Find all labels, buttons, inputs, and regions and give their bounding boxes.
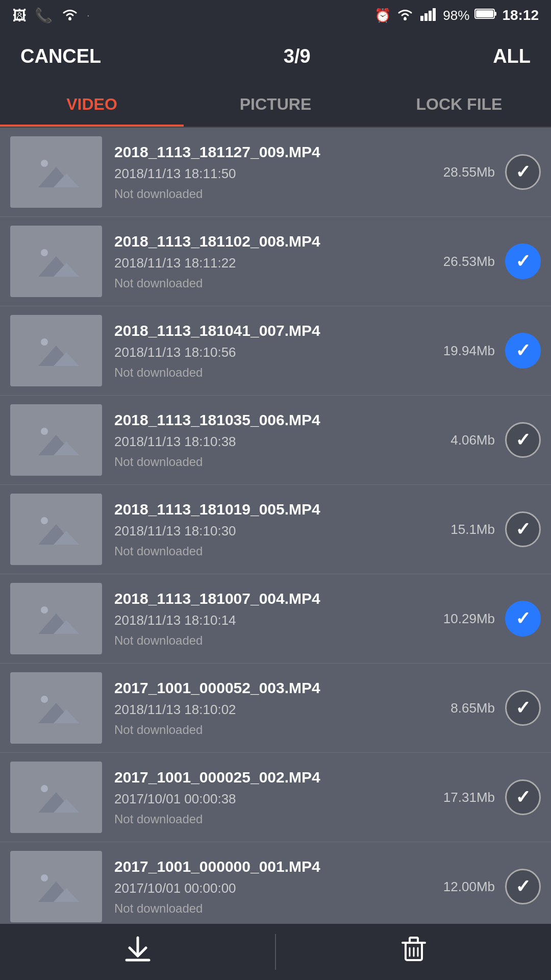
landscape-icon: [33, 333, 79, 369]
checkmark-icon: ✓: [515, 520, 531, 538]
thumbnail-placeholder-icon: [33, 869, 79, 904]
landscape-icon: [33, 869, 79, 904]
file-name: 2018_1113_181041_007.MP4: [114, 322, 443, 339]
file-name: 2018_1113_181102_008.MP4: [114, 233, 443, 250]
file-info: 2018_1113_181019_005.MP4 2018/11/13 18:1…: [114, 501, 450, 558]
file-size: 12.00Mb: [443, 879, 495, 895]
svg-point-0: [68, 17, 71, 20]
select-all-button[interactable]: ALL: [493, 45, 531, 67]
file-size: 4.06Mb: [450, 432, 495, 448]
file-date: 2017/10/01 00:00:00: [114, 880, 443, 896]
file-info: 2018_1113_181041_007.MP4 2018/11/13 18:1…: [114, 322, 443, 380]
wifi-signal-icon: [396, 7, 414, 24]
svg-point-30: [41, 606, 48, 614]
svg-rect-53: [410, 938, 418, 943]
file-status: Not downloaded: [114, 723, 450, 737]
checkmark-icon: ✓: [515, 609, 531, 628]
file-name: 2018_1113_181007_004.MP4: [114, 590, 443, 607]
check-circle[interactable]: ✓: [505, 511, 541, 547]
file-info: 2017_1001_000025_002.MP4 2017/10/01 00:0…: [114, 769, 443, 826]
list-item[interactable]: 2018_1113_181035_006.MP4 2018/11/13 18:1…: [0, 396, 551, 485]
landscape-icon: [33, 779, 79, 815]
list-item[interactable]: 2017_1001_000025_002.MP4 2017/10/01 00:0…: [0, 753, 551, 842]
file-list: 2018_1113_181127_009.MP4 2018/11/13 18:1…: [0, 128, 551, 924]
trash-icon: [398, 934, 429, 970]
thumbnail-placeholder-icon: [33, 779, 79, 815]
list-item[interactable]: 2018_1113_181041_007.MP4 2018/11/13 18:1…: [0, 306, 551, 396]
check-circle[interactable]: ✓: [505, 243, 541, 279]
file-name: 2017_1001_000052_003.MP4: [114, 679, 450, 697]
status-time: 18:12: [502, 7, 539, 23]
check-circle[interactable]: ✓: [505, 333, 541, 369]
tab-lockfile[interactable]: LOCK FILE: [367, 82, 551, 127]
file-status: Not downloaded: [114, 633, 443, 648]
battery-percentage: 98%: [443, 8, 469, 23]
download-icon: [122, 934, 153, 970]
status-bar-left: 🖼 📞 ·: [12, 7, 89, 24]
list-item[interactable]: 2017_1001_000000_001.MP4 2017/10/01 00:0…: [0, 842, 551, 924]
svg-rect-7: [476, 10, 493, 17]
list-item[interactable]: 2018_1113_181102_008.MP4 2018/11/13 18:1…: [0, 217, 551, 306]
list-item[interactable]: 2018_1113_181019_005.MP4 2018/11/13 18:1…: [0, 485, 551, 574]
landscape-icon: [33, 243, 79, 279]
file-info: 2017_1001_000052_003.MP4 2018/11/13 18:1…: [114, 679, 450, 737]
svg-rect-2: [420, 16, 423, 21]
checkmark-icon: ✓: [515, 699, 531, 717]
svg-point-18: [41, 338, 48, 346]
checkmark-icon: ✓: [515, 252, 531, 271]
tab-video[interactable]: VIDEO: [0, 82, 184, 127]
cancel-button[interactable]: CANCEL: [20, 45, 101, 67]
tab-picture[interactable]: PICTURE: [184, 82, 367, 127]
file-date: 2018/11/13 18:10:38: [114, 434, 450, 450]
file-size: 26.53Mb: [443, 254, 495, 270]
landscape-icon: [33, 601, 79, 636]
file-thumbnail: [10, 762, 102, 833]
notification-dot: ·: [87, 11, 89, 19]
status-bar-right: ⏰ 98% 18:12: [374, 7, 539, 24]
file-info: 2018_1113_181035_006.MP4 2018/11/13 18:1…: [114, 411, 450, 469]
list-item[interactable]: 2018_1113_181127_009.MP4 2018/11/13 18:1…: [0, 128, 551, 217]
thumbnail-placeholder-icon: [33, 333, 79, 369]
file-info: 2018_1113_181007_004.MP4 2018/11/13 18:1…: [114, 590, 443, 648]
file-name: 2018_1113_181019_005.MP4: [114, 501, 450, 518]
file-thumbnail: [10, 226, 102, 297]
tab-bar: VIDEO PICTURE LOCK FILE: [0, 82, 551, 128]
check-circle[interactable]: ✓: [505, 779, 541, 815]
file-name: 2017_1001_000000_001.MP4: [114, 858, 443, 875]
check-circle[interactable]: ✓: [505, 601, 541, 636]
file-thumbnail: [10, 404, 102, 476]
file-date: 2018/11/13 18:11:50: [114, 166, 443, 182]
file-thumbnail: [10, 672, 102, 744]
file-date: 2018/11/13 18:10:14: [114, 612, 443, 628]
file-status: Not downloaded: [114, 365, 443, 380]
check-circle[interactable]: ✓: [505, 869, 541, 904]
file-date: 2018/11/13 18:10:02: [114, 702, 450, 718]
signal-icon: [419, 7, 438, 24]
landscape-icon: [33, 422, 79, 458]
file-thumbnail: [10, 851, 102, 922]
svg-point-1: [404, 17, 407, 20]
list-item[interactable]: 2017_1001_000052_003.MP4 2018/11/13 18:1…: [0, 664, 551, 753]
file-size: 19.94Mb: [443, 343, 495, 359]
checkmark-icon: ✓: [515, 341, 531, 360]
selection-count: 3/9: [284, 45, 311, 67]
check-circle[interactable]: ✓: [505, 690, 541, 726]
file-status: Not downloaded: [114, 544, 450, 558]
download-button[interactable]: [0, 924, 275, 980]
thumbnail-placeholder-icon: [33, 511, 79, 547]
file-info: 2018_1113_181127_009.MP4 2018/11/13 18:1…: [114, 143, 443, 201]
svg-point-34: [41, 696, 48, 703]
checkmark-icon: ✓: [515, 431, 531, 449]
file-status: Not downloaded: [114, 187, 443, 201]
check-circle[interactable]: ✓: [505, 422, 541, 458]
thumbnail-placeholder-icon: [33, 422, 79, 458]
check-circle[interactable]: ✓: [505, 154, 541, 190]
list-item[interactable]: 2018_1113_181007_004.MP4 2018/11/13 18:1…: [0, 574, 551, 664]
checkmark-icon: ✓: [515, 877, 531, 896]
file-name: 2017_1001_000025_002.MP4: [114, 769, 443, 786]
file-date: 2018/11/13 18:10:30: [114, 523, 450, 539]
file-status: Not downloaded: [114, 276, 443, 290]
delete-button[interactable]: [276, 924, 551, 980]
status-bar: 🖼 📞 · ⏰: [0, 0, 551, 31]
file-date: 2018/11/13 18:10:56: [114, 345, 443, 360]
